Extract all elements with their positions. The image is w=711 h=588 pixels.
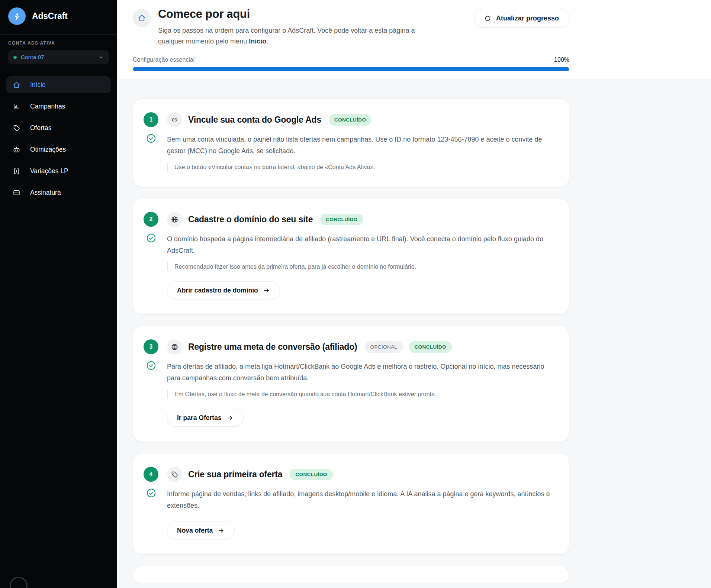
arrow-right-icon xyxy=(263,287,270,294)
account-selector[interactable]: Conta 07 xyxy=(8,50,109,64)
step-action-label: Nova oferta xyxy=(177,527,213,534)
step-description: O domínio hospeda a página intermediária… xyxy=(167,233,550,256)
step-content: Crie sua primeira ofertaCONCLUÍDOInforme… xyxy=(167,467,550,539)
step-title: Vincule sua conta do Google Ads xyxy=(188,115,321,125)
account-name: Conta 07 xyxy=(21,54,94,61)
status-badge-completed: CONCLUÍDO xyxy=(329,114,371,126)
subtitle-period: . xyxy=(266,38,268,45)
step-action-button[interactable]: Nova oferta xyxy=(167,521,235,539)
brackets-lp-icon xyxy=(13,167,20,175)
refresh-progress-label: Atualizar progresso xyxy=(496,14,559,22)
tag-icon xyxy=(13,124,20,132)
check-circle-icon xyxy=(146,133,157,144)
step-tip: Em Ofertas, use o fluxo de meta de conve… xyxy=(167,390,550,399)
card-icon xyxy=(13,189,20,197)
content-area: 1Vincule sua conta do Google AdsCONCLUÍD… xyxy=(117,79,711,588)
chart-icon xyxy=(13,103,20,110)
sidebar-item-label: Assinatura xyxy=(30,189,61,197)
step-title: Crie sua primeira oferta xyxy=(188,469,282,479)
step-content: Vincule sua conta do Google AdsCONCLUÍDO… xyxy=(167,112,550,172)
step-card-3: 3Registre uma meta de conversão (afiliad… xyxy=(133,326,569,442)
step-tip: Recomendado fazer isso antes da primeira… xyxy=(167,262,550,271)
lightning-icon xyxy=(8,7,26,25)
refresh-progress-button[interactable]: Atualizar progresso xyxy=(474,9,569,28)
step-content: Cadastre o domínio do seu siteCONCLUÍDOO… xyxy=(167,212,550,299)
status-badge-completed: CONCLUÍDO xyxy=(320,214,363,225)
step-title: Cadastre o domínio do seu site xyxy=(188,214,313,224)
step-header: Vincule sua conta do Google AdsCONCLUÍDO xyxy=(167,112,550,127)
sidebar-item-label: Variações LP xyxy=(30,167,68,175)
sidebar-item-variacoes-lp[interactable]: Variações LP xyxy=(6,162,111,180)
sidebar-bottom-button[interactable] xyxy=(10,577,28,588)
home-icon xyxy=(13,81,20,89)
progress-label: Configuração essencial xyxy=(133,56,194,63)
step-card-1: 1Vincule sua conta do Google AdsCONCLUÍD… xyxy=(133,98,569,187)
step-card-4: 4Crie sua primeira ofertaCONCLUÍDOInform… xyxy=(133,453,569,555)
arrow-right-icon xyxy=(218,527,225,534)
step-number-badge: 3 xyxy=(144,339,158,354)
app-root: AdsCraft CONTA ADS ATIVA Conta 07 Início… xyxy=(0,0,711,588)
status-badge-completed: CONCLUÍDO xyxy=(409,341,451,353)
link-icon xyxy=(167,112,182,127)
step-rail: 3 xyxy=(144,339,158,427)
sidebar: AdsCraft CONTA ADS ATIVA Conta 07 Início… xyxy=(0,0,117,588)
check-circle-icon xyxy=(146,233,157,243)
step-action-button[interactable]: Ir para Ofertas xyxy=(167,409,244,427)
globe-icon xyxy=(167,212,182,227)
sidebar-item-label: Otimizações xyxy=(30,146,66,154)
sidebar-item-label: Campanhas xyxy=(30,103,65,110)
status-badge-completed: CONCLUÍDO xyxy=(290,469,332,480)
step-rail: 4 xyxy=(144,467,158,539)
sidebar-item-label: Ofertas xyxy=(30,124,51,132)
refresh-icon xyxy=(484,15,491,22)
sidebar-item-assinatura[interactable]: Assinatura xyxy=(6,184,111,201)
step-number-badge: 1 xyxy=(144,112,158,127)
step-description: Informe página de vendas, links de afili… xyxy=(167,488,550,511)
status-badge-optional: OPCIONAL xyxy=(365,341,403,353)
subtitle-text: Siga os passos na ordem para configurar … xyxy=(158,27,415,45)
sidebar-item-ofertas[interactable]: Ofertas xyxy=(6,119,111,136)
active-account-section-label: CONTA ADS ATIVA xyxy=(0,35,117,46)
sidebar-item-inicio[interactable]: Início xyxy=(6,76,111,93)
step-rail: 2 xyxy=(144,212,158,299)
sidebar-nav: InícioCampanhasOfertasOtimizaçõesVariaçõ… xyxy=(0,76,117,201)
step-card-2: 2Cadastre o domínio do seu siteCONCLUÍDO… xyxy=(133,198,569,314)
step-number-badge: 2 xyxy=(144,212,158,227)
progress-value: 100% xyxy=(554,56,569,63)
main-area: Comece por aqui Siga os passos na ordem … xyxy=(117,0,711,588)
step-description: Para ofertas de afiliado, a meta liga Ho… xyxy=(167,361,550,384)
app-title: AdsCraft xyxy=(32,11,68,21)
check-circle-icon xyxy=(146,488,157,498)
status-dot xyxy=(13,56,17,59)
step-action-button[interactable]: Abrir cadastro de domínio xyxy=(167,281,280,299)
step-header: Registre uma meta de conversão (afiliado… xyxy=(167,339,550,355)
next-card-stub xyxy=(133,566,569,584)
step-action-label: Abrir cadastro de domínio xyxy=(177,287,258,294)
robot-icon xyxy=(13,146,20,154)
sidebar-item-campanhas[interactable]: Campanhas xyxy=(6,98,111,115)
logo: AdsCraft xyxy=(0,0,117,25)
step-title: Registre uma meta de conversão (afiliado… xyxy=(188,342,357,352)
step-action-label: Ir para Ofertas xyxy=(177,414,222,422)
page-header: Comece por aqui Siga os passos na ordem … xyxy=(117,0,711,79)
step-description: Sem uma conta vinculada, o painel não li… xyxy=(167,134,550,157)
progress-labels: Configuração essencial 100% xyxy=(133,56,569,63)
progress-bar xyxy=(133,67,569,71)
target-icon xyxy=(167,339,182,355)
step-header: Crie sua primeira ofertaCONCLUÍDO xyxy=(167,467,550,482)
step-rail: 1 xyxy=(144,112,158,172)
step-tip: Use o botão «Vincular conta» na barra la… xyxy=(167,163,550,172)
step-content: Registre uma meta de conversão (afiliado… xyxy=(167,339,550,427)
step-header: Cadastre o domínio do seu siteCONCLUÍDO xyxy=(167,212,550,227)
chevron-down-icon xyxy=(98,55,104,60)
step-number-badge: 4 xyxy=(144,467,158,482)
progress-bar-fill xyxy=(133,67,569,71)
page-home-icon xyxy=(133,9,151,27)
steps-list: 1Vincule sua conta do Google AdsCONCLUÍD… xyxy=(133,98,569,584)
arrow-right-icon xyxy=(226,414,234,421)
page-subtitle: Siga os passos na ordem para configurar … xyxy=(158,25,426,47)
tag-icon xyxy=(167,467,182,482)
sidebar-item-otimizacoes[interactable]: Otimizações xyxy=(6,141,111,158)
sidebar-item-label: Início xyxy=(30,81,46,89)
check-circle-icon xyxy=(146,360,157,371)
